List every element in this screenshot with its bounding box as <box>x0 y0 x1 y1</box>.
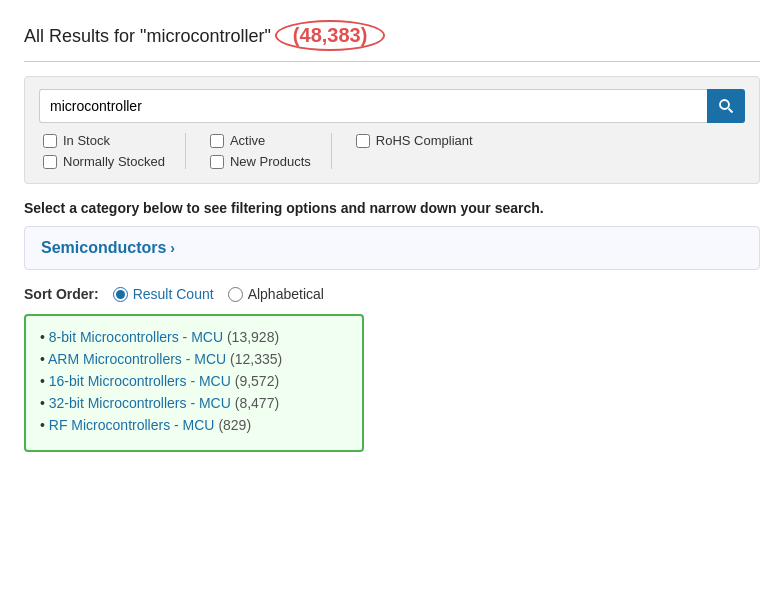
filter-in-stock[interactable]: In Stock <box>43 133 165 148</box>
title-prefix: All Results for "microcontroller" <box>24 26 271 46</box>
result-count-badge: (48,383) <box>275 20 386 51</box>
sort-row: Sort Order: Result Count Alphabetical <box>24 286 760 302</box>
category-instruction: Select a category below to see filtering… <box>24 200 760 216</box>
sort-alphabetical[interactable]: Alphabetical <box>228 286 324 302</box>
results-list-box: 8-bit Microcontrollers - MCU (13,928) AR… <box>24 314 364 452</box>
in-stock-label: In Stock <box>63 133 110 148</box>
results-list: 8-bit Microcontrollers - MCU (13,928) AR… <box>40 326 348 436</box>
result-count-1: (13,928) <box>227 329 279 345</box>
list-item: 32-bit Microcontrollers - MCU (8,477) <box>40 392 348 414</box>
result-link-2[interactable]: ARM Microcontrollers - MCU <box>48 351 226 367</box>
chevron-icon: › <box>170 240 175 256</box>
filter-group-3: RoHS Compliant <box>352 133 493 148</box>
title-divider <box>24 61 760 62</box>
sort-result-count[interactable]: Result Count <box>113 286 214 302</box>
result-name-4: 32-bit Microcontrollers - MCU <box>49 395 231 411</box>
result-name-2: ARM Microcontrollers - MCU <box>48 351 226 367</box>
result-count-5: (829) <box>218 417 251 433</box>
normally-stocked-label: Normally Stocked <box>63 154 165 169</box>
filter-new-products[interactable]: New Products <box>210 154 311 169</box>
list-item: RF Microcontrollers - MCU (829) <box>40 414 348 436</box>
svg-line-1 <box>729 109 733 113</box>
result-link-1[interactable]: 8-bit Microcontrollers - MCU <box>49 329 223 345</box>
list-item: ARM Microcontrollers - MCU (12,335) <box>40 348 348 370</box>
filter-group-2: Active New Products <box>206 133 332 169</box>
result-name-3: 16-bit Microcontrollers - MCU <box>49 373 231 389</box>
category-box: Semiconductors› <box>24 226 760 270</box>
result-count-2: (12,335) <box>230 351 282 367</box>
new-products-label: New Products <box>230 154 311 169</box>
search-area: In Stock Normally Stocked Active New Pro… <box>24 76 760 184</box>
sort-label: Sort Order: <box>24 286 99 302</box>
active-label: Active <box>230 133 265 148</box>
list-item: 8-bit Microcontrollers - MCU (13,928) <box>40 326 348 348</box>
result-link-3[interactable]: 16-bit Microcontrollers - MCU <box>49 373 231 389</box>
result-link-5[interactable]: RF Microcontrollers - MCU <box>49 417 215 433</box>
search-row <box>39 89 745 123</box>
svg-point-0 <box>720 100 729 109</box>
new-products-checkbox[interactable] <box>210 155 224 169</box>
filter-row: In Stock Normally Stocked Active New Pro… <box>39 133 745 169</box>
search-icon <box>718 98 734 114</box>
rohs-compliant-checkbox[interactable] <box>356 134 370 148</box>
filter-rohs-compliant[interactable]: RoHS Compliant <box>356 133 473 148</box>
result-link-4[interactable]: 32-bit Microcontrollers - MCU <box>49 395 231 411</box>
result-name-5: RF Microcontrollers - MCU <box>49 417 215 433</box>
category-link[interactable]: Semiconductors› <box>41 239 175 256</box>
sort-result-count-radio[interactable] <box>113 287 128 302</box>
in-stock-checkbox[interactable] <box>43 134 57 148</box>
page-title: All Results for "microcontroller"(48,383… <box>24 20 760 51</box>
search-button[interactable] <box>707 89 745 123</box>
list-item: 16-bit Microcontrollers - MCU (9,572) <box>40 370 348 392</box>
result-count-4: (8,477) <box>235 395 279 411</box>
sort-alphabetical-label: Alphabetical <box>248 286 324 302</box>
sort-alphabetical-radio[interactable] <box>228 287 243 302</box>
filter-normally-stocked[interactable]: Normally Stocked <box>43 154 165 169</box>
rohs-compliant-label: RoHS Compliant <box>376 133 473 148</box>
search-input[interactable] <box>39 89 707 123</box>
active-checkbox[interactable] <box>210 134 224 148</box>
category-name: Semiconductors <box>41 239 166 256</box>
filter-active[interactable]: Active <box>210 133 311 148</box>
result-name-1: 8-bit Microcontrollers - MCU <box>49 329 223 345</box>
sort-result-count-label: Result Count <box>133 286 214 302</box>
normally-stocked-checkbox[interactable] <box>43 155 57 169</box>
result-count-3: (9,572) <box>235 373 279 389</box>
filter-group-1: In Stock Normally Stocked <box>39 133 186 169</box>
